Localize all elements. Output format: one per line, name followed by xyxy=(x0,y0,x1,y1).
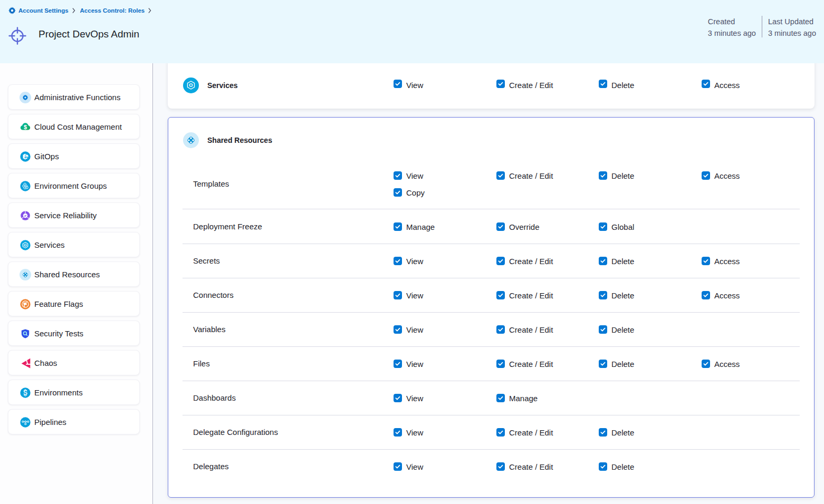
svg-text:$: $ xyxy=(24,123,27,130)
